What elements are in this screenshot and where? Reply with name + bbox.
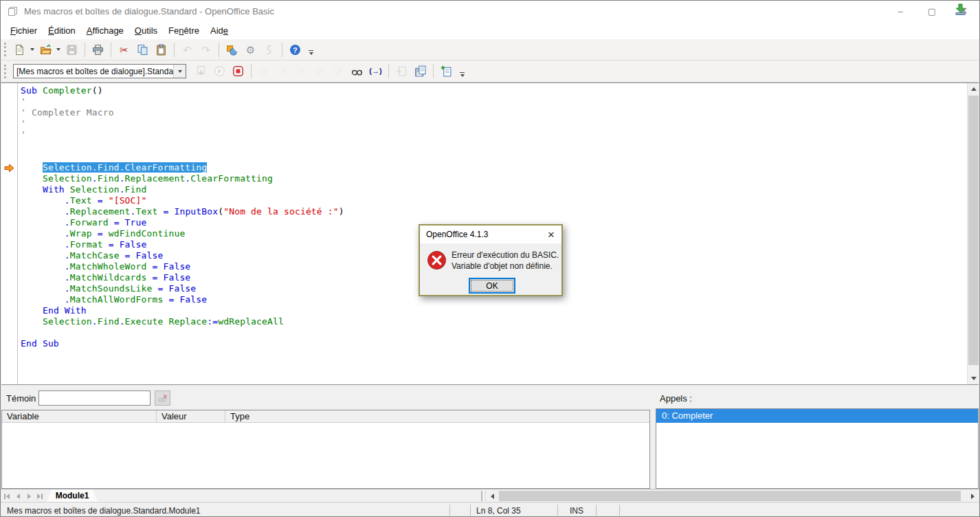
- vertical-scroll-thumb[interactable]: [968, 96, 979, 365]
- redo-button[interactable]: ↷: [197, 41, 214, 58]
- manage-breakpoints-icon: ☞: [334, 65, 343, 77]
- step-into-button[interactable]: ☞: [274, 63, 291, 80]
- insert-module-button[interactable]: [438, 63, 455, 80]
- scroll-down-icon[interactable]: [968, 373, 979, 384]
- menu-fichier[interactable]: Fichier: [5, 23, 43, 38]
- settings-button[interactable]: ⚙: [242, 41, 259, 58]
- code-line[interactable]: Selection.Find.Replacement.ClearFormatti…: [21, 173, 966, 184]
- menu-affichage[interactable]: Affichage: [81, 23, 129, 38]
- status-insert-mode[interactable]: INS: [557, 506, 596, 516]
- enable-watch-button[interactable]: [348, 63, 366, 80]
- code-line[interactable]: ': [21, 129, 966, 140]
- code-line[interactable]: With Selection.Find: [21, 184, 966, 195]
- toolbar-overflow-button[interactable]: [307, 41, 315, 58]
- scroll-up-icon[interactable]: [968, 83, 979, 95]
- select-button[interactable]: [260, 41, 278, 58]
- horizontal-scroll-thumb[interactable]: [499, 491, 961, 501]
- menu-outils[interactable]: Outils: [129, 23, 163, 38]
- error-dialog-close-icon[interactable]: ✕: [541, 226, 561, 243]
- tab-module1[interactable]: Module1: [47, 490, 98, 502]
- toolbar-overflow-button[interactable]: [458, 63, 467, 80]
- code-line[interactable]: [21, 151, 966, 162]
- new-dropdown-arrow[interactable]: [29, 41, 35, 58]
- new-button[interactable]: [11, 41, 28, 58]
- toolbar-grip[interactable]: [4, 65, 6, 78]
- call-stack-list[interactable]: 0: Completer: [656, 408, 979, 489]
- code-line[interactable]: ' Completer Macro: [21, 107, 966, 118]
- code-line[interactable]: [21, 327, 966, 338]
- breakpoint-button[interactable]: ☞: [311, 63, 328, 80]
- call-stack-item[interactable]: 0: Completer: [656, 409, 978, 423]
- paste-button[interactable]: [153, 41, 170, 58]
- title-bar[interactable]: Mes macros et boîtes de dialogue.Standar…: [1, 1, 979, 21]
- code-line[interactable]: Selection.Find.Execute Replace:=wdReplac…: [21, 316, 966, 327]
- code-line[interactable]: [21, 140, 966, 151]
- manage-breakpoints-button[interactable]: ☞: [330, 63, 347, 80]
- update-available-icon[interactable]: [954, 3, 967, 16]
- editor-vertical-scrollbar[interactable]: [967, 83, 979, 384]
- scroll-left-icon[interactable]: [487, 490, 498, 502]
- ok-button[interactable]: OK: [469, 278, 515, 294]
- editor-horizontal-scrollbar[interactable]: [481, 490, 979, 502]
- first-tab-button[interactable]: [1, 490, 12, 502]
- save-source-button[interactable]: [412, 63, 429, 80]
- undo-icon: ↶: [183, 44, 192, 56]
- breakpoint-icon: ☞: [315, 65, 324, 77]
- error-dialog-titlebar[interactable]: OpenOffice 4.1.3 ✕: [420, 226, 561, 243]
- run-icon: [214, 65, 225, 77]
- find-parentheses-button[interactable]: (→): [367, 63, 384, 80]
- settings-icon: ⚙: [246, 44, 255, 56]
- copy-button[interactable]: [134, 41, 151, 58]
- status-cursor-position: Ln 8, Col 35: [476, 506, 521, 516]
- open-button[interactable]: [37, 41, 54, 58]
- insert-source-button[interactable]: [393, 63, 410, 80]
- menu-aide[interactable]: Aide: [205, 23, 234, 38]
- undo-button[interactable]: ↶: [179, 41, 196, 58]
- help-button[interactable]: ?: [287, 41, 304, 58]
- column-header-type[interactable]: Type: [225, 410, 649, 423]
- watch-table[interactable]: Variable Valeur Type: [1, 410, 650, 489]
- step-over-button[interactable]: ☞: [256, 63, 273, 80]
- code-line[interactable]: .Replacement.Text = InputBox("Nom de la …: [21, 206, 966, 217]
- compile-button[interactable]: [192, 63, 210, 80]
- code-line[interactable]: .Text = "[SOC]": [21, 195, 966, 206]
- remove-watch-icon: [157, 393, 168, 404]
- step-out-button[interactable]: ☞: [293, 63, 310, 80]
- column-header-variable[interactable]: Variable: [2, 410, 157, 423]
- code-line[interactable]: ': [21, 96, 966, 107]
- code-line[interactable]: ': [21, 118, 966, 129]
- scroll-right-icon[interactable]: [967, 490, 979, 502]
- save-button[interactable]: [63, 41, 80, 58]
- minimize-button[interactable]: –: [884, 1, 916, 21]
- library-combobox[interactable]: [Mes macros et boîtes de dialogue].Stand…: [13, 64, 186, 78]
- maximize-button[interactable]: ▢: [916, 1, 948, 21]
- watch-input[interactable]: [38, 390, 151, 406]
- run-button[interactable]: [211, 63, 228, 80]
- toolbar-separator: [388, 64, 389, 78]
- toolbar-grip[interactable]: [4, 43, 6, 56]
- watch-panel: Témoin : Variable Valeur Type: [1, 388, 651, 489]
- code-line[interactable]: End Sub: [21, 338, 966, 349]
- previous-tab-button[interactable]: [12, 490, 23, 502]
- code-line[interactable]: Sub Completer(): [21, 85, 966, 96]
- cut-icon: ✂: [120, 44, 129, 56]
- menu-edition[interactable]: Édition: [43, 23, 81, 38]
- next-tab-button[interactable]: [23, 490, 34, 502]
- open-icon: [40, 44, 52, 56]
- last-tab-button[interactable]: [34, 490, 45, 502]
- library-combobox-arrow[interactable]: [173, 65, 186, 78]
- code-line[interactable]: Selection.Find.ClearFormatting: [21, 162, 966, 173]
- step-into-icon: ☞: [278, 65, 287, 77]
- breakpoint-gutter[interactable]: [1, 83, 18, 384]
- objects-button[interactable]: [223, 41, 241, 58]
- remove-watch-button[interactable]: [155, 390, 170, 406]
- error-message-line1: Erreur d'exécution du BASIC.: [452, 250, 559, 261]
- code-line[interactable]: End With: [21, 305, 966, 316]
- column-header-valeur[interactable]: Valeur: [157, 410, 225, 423]
- menu-fenetre[interactable]: Fenêtre: [163, 23, 205, 38]
- splitter-handle[interactable]: [481, 491, 486, 501]
- open-dropdown-arrow[interactable]: [55, 41, 61, 58]
- print-button[interactable]: [89, 41, 107, 58]
- stop-button[interactable]: [230, 63, 247, 80]
- cut-button[interactable]: ✂: [115, 41, 133, 58]
